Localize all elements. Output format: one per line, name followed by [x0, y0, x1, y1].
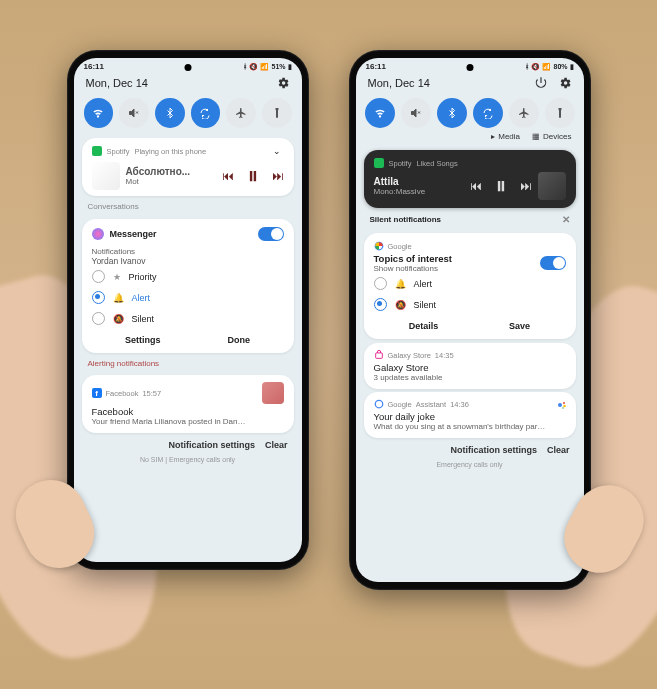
- galaxy-store-notif[interactable]: Galaxy Store 14:35 Galaxy Store 3 update…: [364, 343, 576, 389]
- media-chip[interactable]: ▸ Media: [491, 132, 520, 141]
- media-card[interactable]: Spotify Playing on this phone ⌄ Абсолютн…: [82, 138, 294, 196]
- bell-off-icon: 🔕: [113, 314, 124, 324]
- assistant-icon: [556, 399, 566, 409]
- date-label: Mon, Dec 14: [86, 77, 148, 89]
- date-label: Mon, Dec 14: [368, 77, 430, 89]
- prev-icon[interactable]: ⏮: [222, 169, 234, 183]
- footer-bar: Notification settings Clear: [74, 436, 302, 454]
- quick-settings: [74, 96, 302, 134]
- svg-point-4: [563, 402, 565, 404]
- messenger-card[interactable]: Messenger Notifications Yordan Ivanov ★ …: [82, 219, 294, 353]
- status-icons: ᚼ 🔇 📶 80% ▮: [525, 63, 573, 71]
- facebook-icon: f: [92, 388, 102, 398]
- svg-rect-1: [375, 353, 382, 358]
- ga-subtag: Assistant: [416, 400, 446, 409]
- facebook-notif[interactable]: f Facebook 15:57 Facebook Your friend Ma…: [82, 375, 294, 433]
- silent-row[interactable]: 🔕 Silent: [92, 308, 284, 329]
- track-title: Attila: [374, 176, 464, 187]
- assistant-notif[interactable]: Google Assistant 14:36 Your daily joke W…: [364, 392, 576, 438]
- footer-settings[interactable]: Notification settings: [450, 445, 537, 455]
- wifi-toggle[interactable]: [365, 98, 395, 128]
- devices-icon: ▦: [532, 132, 540, 141]
- flashlight-toggle[interactable]: [545, 98, 575, 128]
- rotate-toggle[interactable]: [473, 98, 503, 128]
- chips-row: ▸ Media ▦ Devices: [356, 132, 584, 146]
- close-icon[interactable]: ✕: [562, 214, 570, 225]
- pause-icon[interactable]: ⏸: [246, 168, 260, 184]
- google-icon: [374, 399, 384, 409]
- rotate-toggle[interactable]: [191, 98, 221, 128]
- contact-name: Yordan Ivanov: [92, 256, 284, 266]
- details-button[interactable]: Details: [409, 321, 439, 331]
- messenger-toggle[interactable]: [258, 227, 284, 241]
- silent-row[interactable]: 🔕 Silent: [374, 294, 566, 315]
- silent-header: Silent notifications ✕: [356, 212, 584, 229]
- alert-row[interactable]: 🔔 Alert: [92, 287, 284, 308]
- settings-button[interactable]: Settings: [125, 335, 161, 345]
- track-title: Абсолютно...: [126, 166, 216, 177]
- ga-time: 14:36: [450, 400, 469, 409]
- settings-icon[interactable]: [276, 76, 290, 90]
- chevron-down-icon[interactable]: ⌄: [270, 144, 284, 158]
- devices-chip[interactable]: ▦ Devices: [532, 132, 571, 141]
- spotify-tag: Spotify: [107, 147, 130, 156]
- topic-sub: Show notifications: [374, 264, 452, 273]
- radio-alert[interactable]: [374, 277, 387, 290]
- flashlight-toggle[interactable]: [262, 98, 292, 128]
- status-time: 16:11: [84, 62, 104, 71]
- priority-row[interactable]: ★ Priority: [92, 266, 284, 287]
- topic-toggle[interactable]: [540, 256, 566, 270]
- conversations-label: Conversations: [74, 200, 302, 215]
- radio-priority[interactable]: [92, 270, 105, 283]
- spotify-tag: Spotify: [389, 159, 412, 168]
- settings-icon[interactable]: [558, 76, 572, 90]
- alert-row[interactable]: 🔔 Alert: [374, 273, 566, 294]
- status-time: 16:11: [366, 62, 386, 71]
- next-icon[interactable]: ⏭: [520, 179, 532, 193]
- power-icon[interactable]: [534, 76, 548, 90]
- screen-right: 16:11 ᚼ 🔇 📶 80% ▮ Mon, Dec 14: [356, 58, 584, 582]
- media-card[interactable]: Spotify Liked Songs Attila Mono:Massive …: [364, 150, 576, 208]
- battery-icon: ▮: [570, 63, 574, 71]
- gs-title: Galaxy Store: [374, 362, 566, 373]
- footer-clear[interactable]: Clear: [265, 440, 288, 450]
- footer-clear[interactable]: Clear: [547, 445, 570, 455]
- svg-point-3: [558, 403, 562, 407]
- sound-toggle[interactable]: [401, 98, 431, 128]
- sound-toggle[interactable]: [119, 98, 149, 128]
- radio-alert[interactable]: [92, 291, 105, 304]
- done-button[interactable]: Done: [227, 335, 250, 345]
- prev-icon[interactable]: ⏮: [470, 179, 482, 193]
- track-artist: Mot: [126, 177, 216, 186]
- ga-body: What do you sing at a snowman's birthday…: [374, 422, 566, 431]
- svg-point-5: [563, 405, 566, 408]
- fb-tag: Facebook: [106, 389, 139, 398]
- bell-off-icon: 🔕: [395, 300, 406, 310]
- quick-settings: [356, 96, 584, 132]
- bluetooth-toggle[interactable]: [155, 98, 185, 128]
- star-icon: ★: [113, 272, 121, 282]
- messenger-icon: [92, 228, 104, 240]
- airplane-toggle[interactable]: [509, 98, 539, 128]
- topic-title: Topics of interest: [374, 253, 452, 264]
- bluetooth-toggle[interactable]: [437, 98, 467, 128]
- radio-silent[interactable]: [374, 298, 387, 311]
- next-icon[interactable]: ⏭: [272, 169, 284, 183]
- mute-icon: 🔇: [249, 63, 258, 71]
- footer-settings[interactable]: Notification settings: [168, 440, 255, 450]
- signal-icon: 📶: [542, 63, 551, 71]
- fb-preview-image: [262, 382, 284, 404]
- bell-icon: 🔔: [395, 279, 406, 289]
- airplane-toggle[interactable]: [226, 98, 256, 128]
- google-card[interactable]: Google Topics of interest Show notificat…: [364, 233, 576, 339]
- radio-silent[interactable]: [92, 312, 105, 325]
- wifi-toggle[interactable]: [84, 98, 114, 128]
- spotify-icon: [374, 158, 384, 168]
- pause-icon[interactable]: ⏸: [494, 178, 508, 194]
- fb-title: Facebook: [92, 406, 284, 417]
- save-button[interactable]: Save: [509, 321, 530, 331]
- ga-tag: Google: [388, 400, 412, 409]
- alert-label: Alert: [132, 293, 151, 303]
- battery-icon: ▮: [288, 63, 292, 71]
- camera-hole: [466, 64, 473, 71]
